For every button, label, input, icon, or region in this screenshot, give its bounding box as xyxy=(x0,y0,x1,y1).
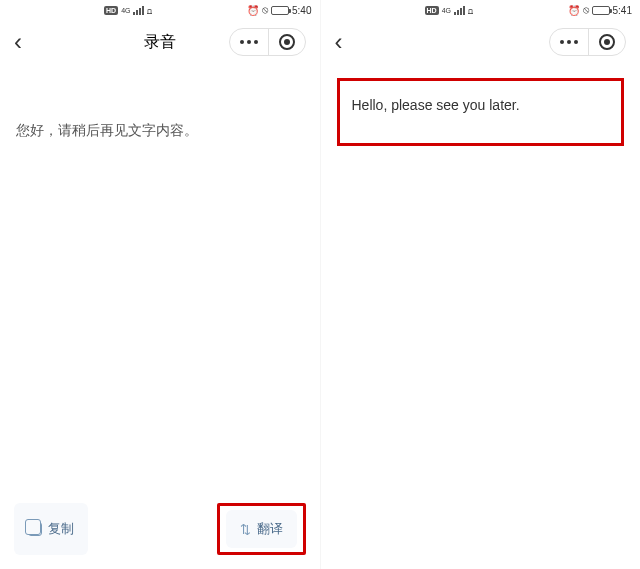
signal-icon xyxy=(454,6,465,15)
nav-bar: ‹ xyxy=(321,20,641,64)
translate-highlight: ⇅ 翻译 xyxy=(217,503,306,555)
copy-button[interactable]: 复制 xyxy=(14,503,88,555)
translation-highlight: Hello, please see you later. xyxy=(337,78,625,146)
back-button[interactable]: ‹ xyxy=(14,30,22,54)
bottom-action-bar: 复制 ⇅ 翻译 xyxy=(0,503,320,555)
nav-right-capsule xyxy=(549,28,626,56)
content-area: 您好，请稍后再见文字内容。 复制 ⇅ 翻译 xyxy=(0,64,320,569)
translate-icon: ⇅ xyxy=(240,522,251,537)
status-left: HD 4G ⩍ xyxy=(425,5,473,16)
close-target-button[interactable] xyxy=(589,29,625,55)
status-time: 5:41 xyxy=(613,5,632,16)
close-target-button[interactable] xyxy=(269,29,305,55)
dnd-icon: ⦸ xyxy=(262,4,268,16)
more-menu-button[interactable] xyxy=(550,29,588,55)
dnd-icon: ⦸ xyxy=(583,4,589,16)
nav-right-capsule xyxy=(229,28,306,56)
alarm-icon: ⏰ xyxy=(568,5,580,16)
more-menu-button[interactable] xyxy=(230,29,268,55)
translation-text: Hello, please see you later. xyxy=(352,97,610,113)
network-4g-icon: 4G xyxy=(121,7,130,14)
translate-button[interactable]: ⇅ 翻译 xyxy=(226,510,297,548)
translate-label: 翻译 xyxy=(257,520,283,538)
status-right: ⏰ ⦸ 5:40 xyxy=(247,4,311,16)
back-button[interactable]: ‹ xyxy=(335,30,343,54)
phone-right: HD 4G ⩍ ⏰ ⦸ 5:41 ‹ He xyxy=(321,0,641,569)
battery-icon xyxy=(592,6,610,15)
phone-left: HD 4G ⩍ ⏰ ⦸ 5:40 ‹ 录音 您好 xyxy=(0,0,320,569)
status-left: HD 4G ⩍ xyxy=(104,5,152,16)
alarm-icon: ⏰ xyxy=(247,5,259,16)
wifi-icon: ⩍ xyxy=(468,5,473,16)
transcript-text: 您好，请稍后再见文字内容。 xyxy=(16,122,304,140)
battery-icon xyxy=(271,6,289,15)
status-time: 5:40 xyxy=(292,5,311,16)
nav-bar: ‹ 录音 xyxy=(0,20,320,64)
copy-label: 复制 xyxy=(48,520,74,538)
copy-icon xyxy=(28,522,42,536)
signal-icon xyxy=(133,6,144,15)
network-4g-icon: 4G xyxy=(442,7,451,14)
content-area: Hello, please see you later. xyxy=(321,64,641,569)
hd-badge: HD xyxy=(425,6,439,15)
page-title: 录音 xyxy=(144,32,176,53)
status-right: ⏰ ⦸ 5:41 xyxy=(568,4,632,16)
status-bar: HD 4G ⩍ ⏰ ⦸ 5:41 xyxy=(321,0,641,20)
status-bar: HD 4G ⩍ ⏰ ⦸ 5:40 xyxy=(0,0,320,20)
wifi-icon: ⩍ xyxy=(147,5,152,16)
hd-badge: HD xyxy=(104,6,118,15)
